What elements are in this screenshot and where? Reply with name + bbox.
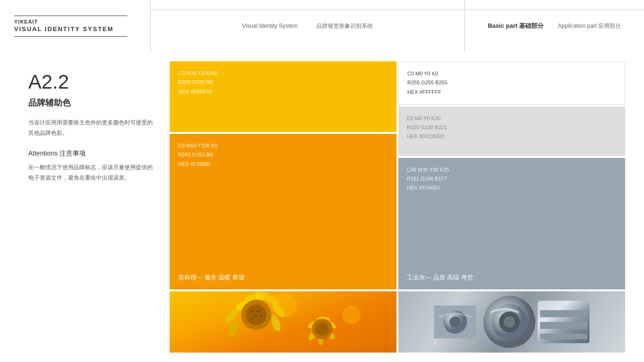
white-r: R255 G255 B255 (407, 78, 616, 87)
svg-point-13 (260, 314, 263, 317)
orange-dark-hex: HEX #F39800 (178, 160, 388, 169)
svg-point-7 (270, 314, 282, 332)
gray-label: 工业灰— 品质 高端 考究 (407, 245, 617, 282)
lightgray-c: C0 M0 Y0 K20 (407, 114, 617, 123)
nav-top-line (151, 9, 493, 10)
logo-title: VISUAL IDENTITY SYSTEM (14, 25, 136, 33)
color-block-orange-light: C0 M30 Y100 K0 R250 G190 B0 HEX #FABE00 (170, 61, 396, 132)
attentions-title: Attentions 注意事项 (28, 149, 156, 158)
svg-point-14 (251, 317, 254, 320)
svg-point-24 (342, 305, 361, 324)
svg-point-29 (504, 316, 515, 328)
svg-point-6 (227, 320, 240, 338)
nav-item-en[interactable]: Visual Identity System (242, 23, 298, 29)
page-code: A2.2 (28, 71, 156, 93)
color-block-medium-gray: C46 M30 Y30 K25 R151 G166 B177 HEX #97A6… (398, 158, 625, 289)
action-application-part[interactable]: Application part 应用部分 (558, 22, 621, 30)
white-hex: HEX #FFFFFF (407, 88, 616, 97)
orange-light-r: R250 G190 B0 (178, 78, 388, 87)
attentions-text: 在一般情况下使用品牌标志，应该尽量使用提供的电子资源文件，避免在重绘中出现误差。 (28, 163, 156, 183)
svg-point-23 (274, 294, 297, 317)
description: 当设计应用用需要除主色外的更多颜色时可接受的其他品牌色彩。 (28, 118, 156, 138)
orange-light-hex: HEX #FABE00 (178, 87, 388, 96)
medgray-hex: HEX #97A6B1 (407, 183, 617, 192)
svg-rect-31 (540, 310, 587, 317)
page-title: 品牌辅助色 (28, 97, 156, 108)
svg-point-11 (257, 310, 260, 313)
right-panel: C0 M30 Y100 K0 R250 G190 B0 HEX #FABE00 … (170, 52, 644, 362)
medgray-r: R151 G166 B177 (407, 174, 617, 183)
svg-rect-32 (540, 322, 587, 329)
orange-label: 奕科橙— 服务 温暖 希望 (178, 245, 388, 282)
orange-dark-c: C0 M50 Y100 K0 (178, 141, 388, 150)
header: YIKEAIT VISUAL IDENTITY SYSTEM Visual Id… (0, 0, 644, 52)
svg-point-22 (316, 322, 329, 336)
svg-point-10 (251, 310, 254, 313)
logo-top-line (14, 16, 127, 16)
lightgray-r: R220 G220 B221 (407, 123, 617, 132)
orange-light-c: C0 M30 Y100 K0 (178, 69, 388, 78)
lightgray-hex: HEX #DCDDDD (407, 132, 617, 141)
logo-bottom-line (14, 36, 127, 37)
svg-point-12 (254, 314, 257, 317)
logo-section: YIKEAIT VISUAL IDENTITY SYSTEM (0, 0, 151, 52)
action-section: Basic part 基础部分 Application part 应用部分 (465, 0, 644, 52)
color-block-white: C0 M0 Y0 K0 R255 G255 B255 HEX #FFFFFF (398, 61, 625, 105)
nav-item-cn[interactable]: 品牌视觉形象识别系统 (316, 22, 373, 30)
logo-company: YIKEAIT (14, 19, 136, 25)
white-c: C0 M0 Y0 K0 (407, 69, 616, 78)
orange-dark-r: R243 G152 B0 (178, 150, 388, 159)
nav-section: Visual Identity System 品牌视觉形象识别系统 (151, 0, 465, 52)
left-panel: A2.2 品牌辅助色 当设计应用用需要除主色外的更多颜色时可接受的其他品牌色彩。… (0, 52, 170, 362)
svg-point-36 (450, 316, 461, 328)
color-block-orange-dark: C0 M50 Y100 K0 R243 G152 B0 HEX #F39800 … (170, 134, 396, 289)
action-top-line (465, 9, 644, 10)
metal-image (398, 291, 625, 353)
sunflower-image (170, 291, 396, 353)
medgray-c: C46 M30 Y30 K25 (407, 165, 617, 174)
svg-rect-33 (540, 334, 587, 339)
main-content: A2.2 品牌辅助色 当设计应用用需要除主色外的更多颜色时可接受的其他品牌色彩。… (0, 52, 644, 362)
color-block-light-gray: C0 M0 Y0 K20 R220 G220 B221 HEX #DCDDDD (398, 107, 625, 156)
action-basic-part[interactable]: Basic part 基础部分 (488, 22, 544, 30)
